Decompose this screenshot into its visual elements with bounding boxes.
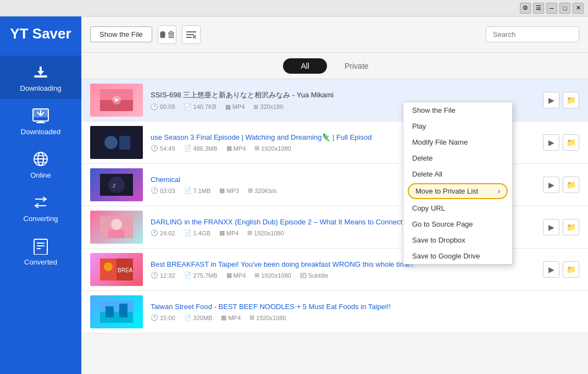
thumbnail-1 [90, 84, 143, 117]
converted-icon [31, 236, 51, 256]
folder-btn-1[interactable]: 📁 [563, 92, 579, 108]
file-title-6: Taiwan Street Food - BEST BEEF NOODLES +… [151, 302, 579, 311]
ctx-show-file[interactable]: Show the File [403, 102, 512, 118]
sidebar-item-converting[interactable]: Converting [0, 186, 81, 229]
file-info-6: Taiwan Street Food - BEST BEEF NOODLES +… [151, 302, 579, 321]
close-btn[interactable]: ✕ [573, 3, 584, 14]
main-area: Show the File 🗑 All Private [81, 16, 588, 374]
file-item-6: Taiwan Street Food - BEST BEEF NOODLES +… [81, 291, 588, 333]
svg-rect-41 [100, 312, 133, 323]
online-label: Online [30, 171, 51, 179]
resolution-6: ⊞ 1920x1080 [249, 314, 286, 321]
folder-btn-2[interactable]: 📁 [563, 134, 579, 151]
tab-private[interactable]: Private [327, 58, 386, 74]
play-btn-2[interactable]: ▶ [543, 134, 559, 151]
svg-rect-42 [106, 306, 114, 317]
online-icon [31, 149, 51, 169]
converting-icon [31, 193, 51, 212]
thumbnail-3: ♪ [90, 168, 143, 201]
downloaded-icon [31, 106, 51, 125]
ctx-play[interactable]: Play [403, 118, 512, 134]
menu-btn[interactable]: ☰ [533, 3, 544, 14]
size-4: 📄 1.4GB [184, 229, 210, 237]
folder-btn-4[interactable]: 📁 [563, 219, 579, 235]
size-3: 📄 7.1MB [184, 187, 211, 194]
size-1: 📄 140.7KB [184, 103, 217, 111]
svg-point-28 [108, 177, 125, 193]
format-4: ▦ MP4 [219, 229, 239, 237]
sidebar-item-converted[interactable]: Converted [0, 229, 81, 273]
folder-btn-5[interactable]: 📁 [563, 261, 579, 278]
settings-btn[interactable]: ⚙ [520, 3, 531, 14]
downloading-icon [31, 62, 51, 82]
file-meta-6: 🕐 15:00 📄 320MB ▦ MP4 ⊞ 1920x1080 [151, 314, 579, 321]
svg-rect-43 [119, 304, 127, 317]
context-menu: Show the File Play Modify File Name Dele… [403, 102, 513, 265]
file-actions-5: ▶ 📁 [543, 261, 579, 278]
converting-label: Converting [24, 215, 58, 223]
ctx-delete[interactable]: Delete [403, 150, 512, 166]
svg-rect-4 [36, 122, 45, 123]
resolution-4: ⊞ 1920x1080 [247, 229, 284, 237]
tab-all[interactable]: All [283, 58, 327, 74]
play-btn-1[interactable]: ▶ [543, 92, 559, 108]
sidebar: YT Saver Downloading Downloaded [0, 16, 81, 374]
file-actions-1: ▶ 📁 [543, 92, 579, 108]
toggle-button[interactable] [182, 25, 201, 44]
thumbnail-6 [90, 295, 143, 328]
resolution-2: ⊞ 1920x1080 [254, 145, 291, 152]
ctx-modify-name[interactable]: Modify File Name [403, 134, 512, 150]
file-actions-2: ▶ 📁 [543, 134, 579, 151]
thumbnail-2 [90, 126, 143, 159]
duration-6: 🕐 15:00 [151, 314, 175, 321]
svg-rect-32 [108, 230, 125, 238]
ctx-delete-all[interactable]: Delete All [403, 166, 512, 182]
sidebar-item-downloading[interactable]: Downloading [0, 56, 81, 99]
maximize-btn[interactable]: □ [559, 3, 570, 14]
format-6: ▦ MP4 [221, 314, 241, 321]
duration-2: 🕐 54:49 [151, 145, 175, 152]
svg-line-19 [194, 36, 196, 38]
downloaded-label: Downloaded [21, 128, 60, 136]
title-bar: ⚙ ☰ ─ □ ✕ [0, 0, 588, 16]
delete-button[interactable]: 🗑 [158, 25, 176, 44]
svg-text:BREAK: BREAK [118, 267, 133, 273]
subtitle-badge-5: Subtitle [300, 272, 329, 279]
tab-bar: All Private [81, 53, 588, 79]
search-input[interactable] [486, 26, 579, 42]
svg-rect-37 [301, 273, 306, 278]
resolution-3: ⊞ 320Kb/s [248, 187, 276, 194]
duration-3: 🕐 03:03 [151, 187, 175, 194]
duration-5: 🕐 12:32 [151, 272, 175, 279]
toolbar: Show the File 🗑 [81, 16, 588, 53]
svg-rect-0 [34, 75, 47, 78]
svg-point-31 [111, 219, 122, 230]
play-btn-5[interactable]: ▶ [543, 261, 559, 278]
format-3: ▦ MP3 [219, 187, 239, 194]
play-btn-3[interactable]: ▶ [543, 177, 559, 193]
svg-text:♪: ♪ [112, 180, 116, 189]
resolution-1: ⊞ 320x180 [253, 103, 283, 111]
ctx-goto-source[interactable]: Go to Source Page [403, 216, 512, 232]
ctx-save-dropbox[interactable]: Save to Dropbox [403, 232, 512, 248]
size-6: 📄 320MB [184, 314, 213, 321]
format-2: ▦ MP4 [226, 145, 246, 152]
svg-rect-26 [119, 136, 130, 150]
folder-btn-3[interactable]: 📁 [563, 177, 579, 193]
thumbnail-4 [90, 211, 143, 244]
ctx-move-private[interactable]: Move to Private List › [408, 183, 508, 199]
sidebar-item-downloaded[interactable]: Downloaded [0, 99, 81, 142]
svg-rect-11 [34, 239, 47, 255]
minimize-btn[interactable]: ─ [546, 3, 557, 14]
file-meta-5: 🕐 12:32 📄 275.7MB ▦ MP4 ⊞ 1920x1080 Subt… [151, 272, 543, 279]
sidebar-item-online[interactable]: Online [0, 142, 81, 186]
file-actions-4: ▶ 📁 [543, 219, 579, 235]
app-title: YT Saver [10, 25, 71, 42]
show-file-button[interactable]: Show the File [90, 26, 152, 42]
ctx-copy-url[interactable]: Copy URL [403, 200, 512, 216]
play-btn-4[interactable]: ▶ [543, 219, 559, 235]
ctx-save-gdrive[interactable]: Save to Google Drive [403, 248, 512, 264]
svg-point-25 [104, 136, 118, 149]
svg-point-35 [104, 262, 113, 271]
downloading-label: Downloading [20, 84, 61, 92]
